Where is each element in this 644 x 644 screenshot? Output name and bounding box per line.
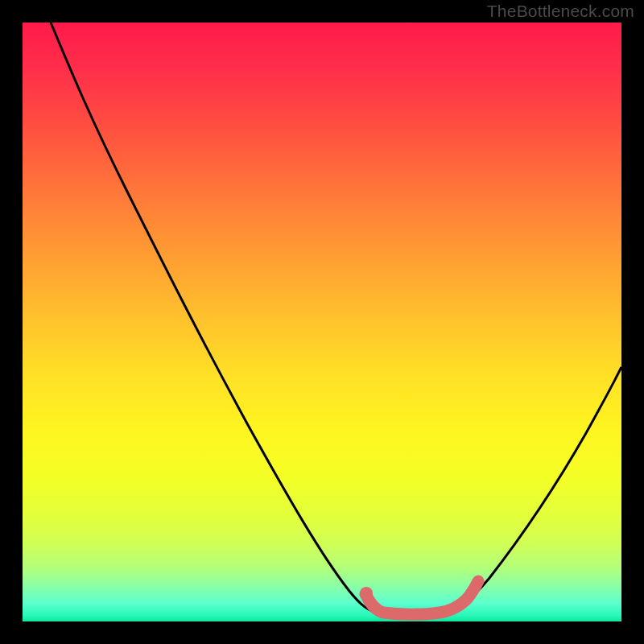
chart-plot-area (23, 23, 621, 621)
optimal-zone-highlight-path (365, 581, 478, 614)
watermark-text: TheBottleneck.com (487, 2, 634, 21)
chart-svg (23, 23, 621, 621)
bottleneck-curve-path (51, 23, 621, 614)
chart-frame: TheBottleneck.com (0, 0, 644, 644)
optimal-start-marker (360, 587, 373, 600)
